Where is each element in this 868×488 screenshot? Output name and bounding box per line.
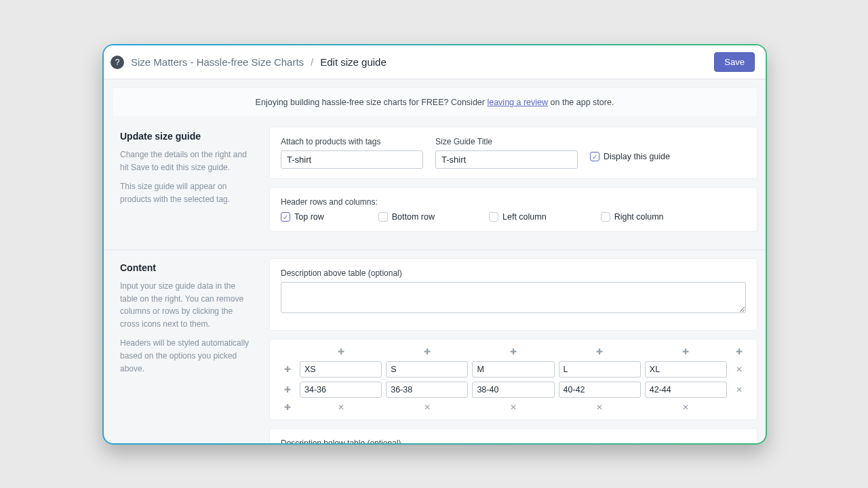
content-sidebar: Content Input your size guide data in th… [120, 258, 269, 443]
section-content: Content Input your size guide data in th… [104, 258, 766, 443]
checkbox-right-column[interactable] [601, 212, 610, 222]
table-cell[interactable] [472, 382, 554, 398]
desc-above-input[interactable] [281, 282, 746, 313]
table-cell[interactable] [645, 361, 727, 378]
breadcrumb: ? Size Matters - Hassle-free Size Charts… [111, 56, 387, 69]
display-guide-toggle[interactable]: Display this guide [590, 152, 670, 161]
content-help-2: Headers will be styled automatically bas… [120, 337, 253, 375]
breadcrumb-separator: / [311, 56, 313, 68]
label-right-column: Right column [614, 212, 664, 222]
section-divider [104, 249, 766, 250]
table-cell[interactable] [300, 382, 382, 398]
banner-text-pre: Enjoying building hassle-free size chart… [256, 98, 488, 107]
table-cell[interactable] [645, 382, 727, 398]
remove-column-icon[interactable]: ✕ [422, 402, 433, 413]
tags-field: Attach to products with tags [281, 137, 423, 169]
content-help-1: Input your size guide data in the table … [120, 280, 253, 330]
remove-column-icon[interactable]: ✕ [508, 402, 519, 413]
table-cell[interactable] [559, 382, 641, 398]
save-button[interactable]: Save [714, 52, 755, 72]
title-field: Size Guide Title [435, 137, 578, 169]
add-column-icon[interactable]: ✚ [508, 346, 519, 357]
title-input[interactable] [435, 150, 578, 169]
table-cell[interactable] [386, 361, 468, 378]
header-bottom-row[interactable]: Bottom row [378, 212, 435, 222]
header-left-column[interactable]: Left column [489, 212, 547, 222]
checkbox-top-row[interactable] [281, 212, 290, 222]
label-left-column: Left column [502, 212, 547, 222]
remove-row-icon[interactable]: ✕ [734, 364, 745, 375]
remove-column-icon[interactable]: ✕ [594, 402, 605, 413]
tags-input[interactable] [281, 150, 423, 169]
add-column-icon[interactable]: ✚ [594, 346, 605, 357]
title-label: Size Guide Title [435, 137, 578, 146]
display-guide-label: Display this guide [604, 152, 670, 161]
tags-label: Attach to products with tags [281, 137, 423, 146]
add-column-icon[interactable]: ✚ [734, 346, 745, 357]
header-top-row[interactable]: Top row [281, 212, 324, 222]
display-guide-checkbox[interactable] [590, 152, 599, 161]
label-top-row: Top row [294, 212, 324, 222]
update-help-1: Change the details on the right and hit … [120, 148, 253, 174]
remove-row-icon[interactable]: ✕ [734, 384, 745, 395]
desc-above-label: Description above table (optional) [281, 268, 746, 278]
update-title: Update size guide [120, 131, 253, 142]
content-title: Content [120, 262, 253, 273]
breadcrumb-app-name[interactable]: Size Matters - Hassle-free Size Charts [131, 56, 304, 68]
add-row-icon[interactable]: ✚ [282, 384, 293, 395]
update-sidebar: Update size guide Change the details on … [120, 127, 269, 240]
update-help-2: This size guide will appear on products … [120, 180, 253, 205]
size-table-card: ✚ ✚ ✚ ✚ ✚ ✚ ✚ ✕ [269, 339, 757, 420]
add-row-icon[interactable]: ✚ [282, 364, 293, 375]
review-banner: Enjoying building hassle-free size chart… [112, 87, 757, 117]
checkbox-left-column[interactable] [489, 212, 498, 222]
remove-column-icon[interactable]: ✕ [680, 402, 691, 413]
header-right-column[interactable]: Right column [601, 212, 664, 222]
description-above-card: Description above table (optional) [269, 258, 757, 331]
description-below-card: Description below table (optional) [269, 428, 757, 443]
guide-meta-card: Attach to products with tags Size Guide … [269, 127, 757, 179]
table-cell[interactable] [386, 382, 468, 398]
table-cell[interactable] [472, 361, 554, 378]
banner-text-post: on the app store. [548, 98, 614, 107]
label-bottom-row: Bottom row [392, 212, 435, 222]
remove-column-icon[interactable]: ✕ [336, 402, 347, 413]
checkbox-bottom-row[interactable] [378, 212, 388, 222]
leave-review-link[interactable]: leaving a review [487, 98, 548, 107]
add-row-icon[interactable]: ✚ [282, 402, 293, 413]
page-header: ? Size Matters - Hassle-free Size Charts… [104, 45, 766, 79]
section-update: Update size guide Change the details on … [104, 127, 766, 240]
breadcrumb-current: Edit size guide [320, 56, 387, 68]
add-column-icon[interactable]: ✚ [680, 346, 691, 357]
desc-below-label: Description below table (optional) [281, 439, 746, 443]
table-cell[interactable] [559, 361, 641, 378]
header-options-label: Header rows and columns: [281, 197, 746, 207]
app-icon: ? [111, 56, 124, 69]
add-column-icon[interactable]: ✚ [422, 346, 433, 357]
table-cell[interactable] [300, 361, 382, 378]
size-table: ✚ ✚ ✚ ✚ ✚ ✚ ✚ ✕ [279, 346, 747, 413]
add-column-icon[interactable]: ✚ [336, 346, 347, 357]
header-options-card: Header rows and columns: Top row Bottom … [269, 187, 757, 232]
